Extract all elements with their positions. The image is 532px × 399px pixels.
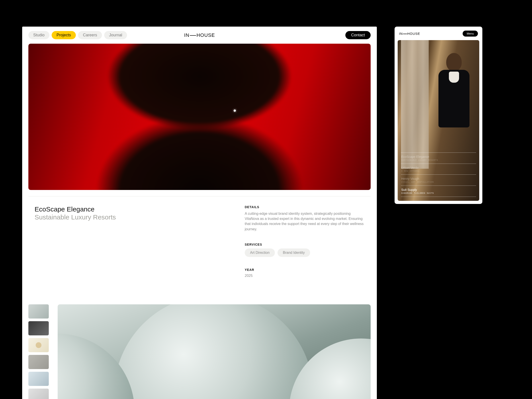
project-title: EcoScape Elegance bbox=[35, 205, 231, 213]
mobile-viewport: INHOUSE Menu EcoScape Elegance SUSTAINAB… bbox=[395, 27, 482, 204]
year-label: YEAR bbox=[245, 268, 364, 272]
figure-collar bbox=[449, 72, 459, 83]
brand-logo[interactable]: INHOUSE bbox=[399, 32, 420, 35]
gallery-main-media bbox=[58, 304, 371, 399]
mobile-header: INHOUSE Menu bbox=[398, 30, 479, 40]
brand-logo[interactable]: INHOUSE bbox=[184, 32, 215, 38]
brand-part-1: IN bbox=[184, 32, 189, 38]
project-heading-block: EcoScape Elegance Sustainable Luxury Res… bbox=[35, 205, 231, 278]
nav-item-careers[interactable]: Careers bbox=[78, 31, 102, 39]
project-item-title: Urban Verde bbox=[401, 166, 476, 170]
project-item-title: EcoScape Elegance bbox=[401, 155, 476, 159]
details-label: DETAILS bbox=[245, 205, 364, 209]
media-shape bbox=[114, 304, 313, 399]
details-body: A cutting-edge visual brand identity sys… bbox=[245, 211, 364, 232]
project-list-item[interactable]: EcoScape Elegance SUSTAINABLE LUXURY RES… bbox=[401, 152, 476, 164]
hero-backdrop bbox=[401, 40, 429, 169]
service-pill[interactable]: Art Direction bbox=[245, 248, 275, 257]
menu-button[interactable]: Menu bbox=[463, 31, 478, 37]
services-label: SERVICES bbox=[245, 243, 364, 246]
service-pill[interactable]: Brand Identity bbox=[278, 248, 310, 257]
gallery-thumb[interactable] bbox=[28, 304, 49, 318]
project-item-sub: VISUAL ART INSTALLATION bbox=[401, 181, 476, 183]
project-list-item[interactable]: Suit Supply HANDMADE TAILORED SUITS bbox=[401, 185, 476, 197]
contact-button[interactable]: Contact bbox=[345, 31, 371, 39]
mobile-hero: EcoScape Elegance SUSTAINABLE LUXURY RES… bbox=[398, 40, 479, 201]
gallery-thumb[interactable] bbox=[28, 338, 49, 352]
header: Studio Projects Careers Journal INHOUSE … bbox=[22, 27, 377, 44]
project-list-item[interactable]: Urban Verde A NEW APPAREL bbox=[401, 164, 476, 175]
project-list-item[interactable]: Henry Vough VISUAL ART INSTALLATION bbox=[401, 174, 476, 185]
project-item-title: Suit Supply bbox=[401, 188, 476, 192]
gallery-thumbnails bbox=[28, 304, 49, 399]
primary-nav: Studio Projects Careers Journal bbox=[28, 31, 127, 39]
hero-media bbox=[28, 44, 371, 190]
project-subtitle: Sustainable Luxury Resorts bbox=[35, 213, 231, 221]
project-meta: EcoScape Elegance Sustainable Luxury Res… bbox=[28, 196, 371, 304]
brand-part-2: HOUSE bbox=[407, 32, 420, 35]
desktop-viewport: Studio Projects Careers Journal INHOUSE … bbox=[22, 27, 377, 399]
nav-item-studio[interactable]: Studio bbox=[28, 31, 50, 39]
project-details-block: DETAILS A cutting-edge visual brand iden… bbox=[245, 205, 364, 278]
project-item-sub: HANDMADE TAILORED SUITS bbox=[401, 192, 476, 194]
services-row: Art Direction Brand Identity bbox=[245, 248, 364, 257]
project-gallery bbox=[22, 304, 377, 399]
gallery-thumb[interactable] bbox=[28, 372, 49, 386]
gallery-thumb[interactable] bbox=[28, 355, 49, 369]
project-item-title: Henry Vough bbox=[401, 177, 476, 181]
brand-part-2: HOUSE bbox=[196, 32, 215, 38]
mobile-project-list: EcoScape Elegance SUSTAINABLE LUXURY RES… bbox=[398, 152, 479, 201]
year-value: 2025 bbox=[245, 274, 364, 278]
figure-head bbox=[446, 53, 462, 71]
gallery-thumb[interactable] bbox=[28, 321, 49, 335]
brand-divider-icon bbox=[190, 35, 196, 36]
figure-torso bbox=[438, 70, 469, 127]
brand-divider-icon bbox=[403, 34, 407, 34]
nav-item-journal[interactable]: Journal bbox=[104, 31, 127, 39]
brand-part-1: IN bbox=[399, 32, 403, 35]
nav-item-projects[interactable]: Projects bbox=[52, 31, 76, 39]
project-item-sub: A NEW APPAREL bbox=[401, 170, 476, 172]
hero-figure bbox=[80, 44, 319, 190]
gallery-thumb[interactable] bbox=[28, 389, 49, 399]
project-item-sub: SUSTAINABLE LUXURY RESORTS bbox=[401, 159, 476, 161]
